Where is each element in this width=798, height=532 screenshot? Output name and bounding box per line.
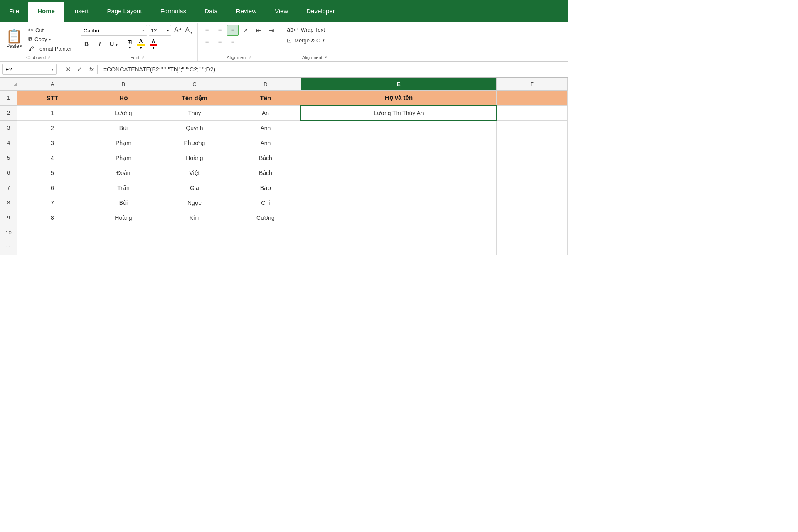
decrease-font-button[interactable]: A▼ [184,26,195,35]
tab-page-layout[interactable]: Page Layout [98,0,151,22]
sheet-cell[interactable]: Phương [159,135,230,150]
sheet-cell[interactable]: Quỳnh [159,121,230,135]
tab-home[interactable]: Home [28,2,64,22]
align-bottom-button[interactable]: ≡ [227,25,239,36]
cut-button[interactable]: ✂ Cut [27,26,74,34]
sheet-cell[interactable]: Phạm [88,150,159,165]
sheet-cell[interactable]: Lương Thị Thúy An [301,106,496,121]
sheet-cell[interactable]: 1 [17,106,88,121]
sheet-cell[interactable]: Chi [230,195,301,210]
sheet-cell[interactable]: Đoàn [88,165,159,180]
confirm-formula-button[interactable]: ✓ [75,65,84,74]
sheet-cell[interactable] [301,225,496,240]
sheet-cell[interactable] [301,180,496,195]
cancel-formula-button[interactable]: ✕ [64,65,73,74]
sheet-cell[interactable] [301,195,496,210]
sheet-cell[interactable] [496,106,567,121]
sheet-cell[interactable] [496,210,567,225]
row-header-7[interactable]: 7 [0,180,17,195]
sheet-cell[interactable]: Bùi [88,195,159,210]
tab-developer[interactable]: Developer [297,0,344,22]
sheet-cell[interactable] [496,91,567,106]
sheet-cell[interactable]: Bảo [230,180,301,195]
col-header-c[interactable]: C [159,78,230,91]
sheet-cell[interactable] [301,135,496,150]
sheet-cell[interactable] [301,240,496,255]
font-size-selector[interactable]: 12 ▾ [149,25,171,36]
indent-decrease-button[interactable]: ⇤ [253,25,264,36]
sheet-cell[interactable] [496,195,567,210]
sheet-cell[interactable] [496,121,567,135]
sheet-cell[interactable]: Họ và tên [301,91,496,106]
formula-input[interactable]: =CONCATENATE(B2;" ";"Thị";" ";C2;" ";D2) [101,65,565,74]
sheet-cell[interactable] [496,135,567,150]
italic-button[interactable]: I [94,39,106,49]
tab-formulas[interactable]: Formulas [151,0,196,22]
col-header-e[interactable]: E [301,78,496,91]
format-painter-button[interactable]: 🖌 Format Painter [27,44,74,53]
sheet-cell[interactable] [301,121,496,135]
sheet-cell[interactable]: 5 [17,165,88,180]
row-header-11[interactable]: 11 [0,240,17,255]
wrap-text-button[interactable]: ab↵ Wrap Text [284,25,328,34]
sheet-cell[interactable]: STT [17,91,88,106]
tab-file[interactable]: File [0,0,28,22]
align-center-button[interactable]: ≡ [214,37,226,48]
tab-review[interactable]: Review [227,0,266,22]
clipboard-expand-icon[interactable]: ↗ [47,55,51,59]
underline-button[interactable]: U ▾ [107,39,120,49]
col-header-a[interactable]: A [17,78,88,91]
sheet-cell[interactable] [301,165,496,180]
sheet-cell[interactable]: 7 [17,195,88,210]
col-header-d[interactable]: D [230,78,301,91]
paste-button[interactable]: 📋 Paste ▾ [3,28,25,51]
sheet-cell[interactable]: Trần [88,180,159,195]
sheet-cell[interactable]: Tên đệm [159,91,230,106]
indent-increase-button[interactable]: ⇥ [266,25,277,36]
sheet-cell[interactable] [496,180,567,195]
font-color-button[interactable]: A ▾ [148,37,159,51]
sheet-cell[interactable]: Anh [230,121,301,135]
sheet-cell[interactable]: Kim [159,210,230,225]
sheet-cell[interactable]: Ngọc [159,195,230,210]
font-name-selector[interactable]: Calibri ▾ [81,25,147,36]
row-header-8[interactable]: 8 [0,195,17,210]
row-header-10[interactable]: 10 [0,225,17,240]
borders-button[interactable]: ⊞ ▾ [126,38,134,50]
sheet-cell[interactable] [17,240,88,255]
col-header-b[interactable]: B [88,78,159,91]
align-top-button[interactable]: ≡ [201,25,213,36]
increase-font-button[interactable]: A▲ [173,26,183,35]
sheet-cell[interactable]: Hoàng [88,210,159,225]
tab-view[interactable]: View [266,0,297,22]
name-box[interactable]: E2 ▾ [2,64,57,75]
sheet-cell[interactable] [496,165,567,180]
sheet-cell[interactable]: Việt [159,165,230,180]
sheet-cell[interactable]: Bách [230,165,301,180]
sheet-cell[interactable]: Gia [159,180,230,195]
sheet-cell[interactable] [230,225,301,240]
sheet-cell[interactable]: 3 [17,135,88,150]
row-header-5[interactable]: 5 [0,150,17,165]
wrapmerge-expand-icon[interactable]: ↗ [324,55,328,59]
sheet-cell[interactable]: Bùi [88,121,159,135]
sheet-cell[interactable]: 8 [17,210,88,225]
sheet-cell[interactable] [301,210,496,225]
sheet-cell[interactable]: Lương [88,106,159,121]
merge-button[interactable]: ⊡ Merge & C ▾ [284,36,328,45]
sheet-cell[interactable] [17,225,88,240]
row-header-2[interactable]: 2 [0,106,17,121]
sheet-cell[interactable] [496,240,567,255]
alignment-expand-icon[interactable]: ↗ [249,55,252,59]
col-header-f[interactable]: F [496,78,567,91]
row-header-3[interactable]: 3 [0,121,17,135]
orientation-button[interactable]: ↗ [240,25,251,36]
row-header-1[interactable]: 1 [0,91,17,106]
insert-function-button[interactable]: fx [86,65,98,74]
bold-button[interactable]: B [81,39,92,49]
sheet-cell[interactable]: Cương [230,210,301,225]
sheet-cell[interactable]: 4 [17,150,88,165]
sheet-cell[interactable] [88,240,159,255]
align-left-button[interactable]: ≡ [201,37,213,48]
sheet-cell[interactable]: 6 [17,180,88,195]
